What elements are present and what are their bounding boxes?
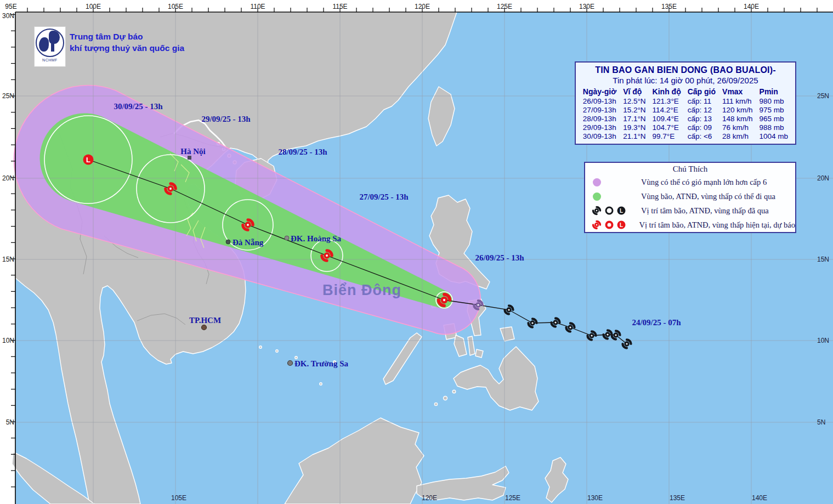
- svg-text:L: L: [86, 156, 90, 164]
- track-date-label: 28/09/25 - 13h: [278, 148, 327, 156]
- lon-label-top: 100E: [86, 3, 101, 10]
- danang-label: Đà Nẵng: [233, 238, 264, 247]
- legend-label: Vị trí tâm bão, ATNĐ, vùng thấp hiện tại…: [639, 220, 795, 230]
- track-date-label: 30/09/25 - 13h: [114, 102, 163, 111]
- lat-label-right: 15N: [817, 256, 829, 263]
- cell: cấp: 12: [684, 106, 719, 115]
- lat-label-left: 15N: [2, 256, 14, 263]
- lat-label-right: 25N: [817, 92, 829, 100]
- lat-label-right: 10N: [817, 337, 829, 344]
- cell: 12.5°N: [620, 97, 649, 106]
- lat-label-right: 5N: [817, 418, 825, 426]
- cell: cấp: 11: [684, 97, 719, 106]
- lat-label-left: 30N: [2, 12, 14, 20]
- cell: cấp: 09: [684, 123, 719, 132]
- legend-label: Vùng bão, ATNĐ, vùng thấp có thể đi qua: [641, 192, 775, 201]
- legend-box: Chú Thích Vùng có thể có gió mạnh lớn hơ…: [584, 162, 796, 233]
- storm-forecast-table: Ngày-giờ Vĩ độ Kinh độ Cấp gió Vmax Pmin…: [580, 87, 791, 141]
- storm-info-issued: Tin phát lúc: 14 giờ 00 phút, 26/09/2025: [576, 76, 795, 87]
- lat-label-left: 5N: [6, 418, 14, 426]
- cell: 980 mb: [756, 97, 792, 106]
- lat-label-left: 10N: [2, 337, 14, 344]
- tphcm-marker: [202, 325, 207, 330]
- lat-label-left: 20N: [2, 174, 14, 182]
- cell: 104.7°E: [649, 123, 684, 132]
- track-date-label: 26/09/25 - 13h: [475, 253, 524, 262]
- land-bohol: [475, 349, 483, 358]
- lon-label-top: 120E: [415, 3, 430, 10]
- lon-label-top: 130E: [579, 3, 594, 10]
- island-dot: [444, 397, 447, 400]
- tphcm-label: TP.HCM: [189, 316, 221, 325]
- col-header: Kinh độ: [649, 87, 684, 97]
- col-header: Pmin: [756, 87, 792, 97]
- table-header-row: Ngày-giờ Vĩ độ Kinh độ Cấp gió Vmax Pmin: [580, 87, 791, 97]
- lon-label-bottom: 105E: [171, 494, 186, 502]
- cell: 965 mb: [756, 115, 792, 123]
- past-symbols-icon: L: [591, 205, 630, 217]
- table-row: 29/09-13h19.3°N104.7°Ecấp: 0976 km/h988 …: [580, 123, 791, 132]
- left-axis-strip: [0, 0, 15, 504]
- storm-info-box: TIN BAO GAN BIEN DONG (BAO BUALOI)- Tin …: [575, 61, 796, 145]
- cell: cấp: <6: [684, 132, 719, 141]
- nchmf-logo-text: NCHMF: [42, 58, 58, 62]
- hoangsa-label: ĐK. Hoàng Sa: [291, 234, 342, 243]
- lon-label-bottom: 140E: [752, 494, 767, 502]
- cell: cấp: 13: [684, 115, 719, 123]
- agency-line1: Trung tâm Dự báo: [70, 31, 184, 42]
- agency-line2: khí tượng thuỷ văn quốc gia: [70, 42, 184, 54]
- cell: 30/09-13h: [580, 132, 620, 141]
- lon-label-top: 140E: [744, 3, 759, 10]
- island-dot: [320, 383, 322, 385]
- table-row: 28/09-13h17.1°N109.4°Ecấp: 13148 km/h965…: [580, 115, 791, 123]
- track-date-label: 27/09/25 - 13h: [359, 192, 409, 201]
- truongsa-label: ĐK. Trường Sa: [294, 359, 349, 368]
- legend-item-current-position: L Vị trí tâm bão, ATNĐ, vùng thấp hiện t…: [585, 218, 795, 232]
- hanoi-marker: [188, 156, 191, 160]
- cell: 17.1°N: [620, 115, 649, 123]
- cell: 26/09-13h: [580, 97, 620, 106]
- island-dot: [452, 390, 456, 393]
- table-row: 26/09-13h12.5°N121.3°Ecấp: 11111 km/h980…: [580, 97, 791, 106]
- cell: 29/09-13h: [580, 123, 620, 132]
- cell: 19.3°N: [620, 123, 649, 132]
- legend-label: Vùng có thể có gió mạnh lớn hơn cấp 6: [641, 178, 767, 187]
- cell: 21.1°N: [620, 132, 649, 141]
- danang-marker: [226, 240, 230, 244]
- cell: 27/09-13h: [580, 106, 620, 115]
- legend-item-track-area: Vùng bão, ATNĐ, vùng thấp có thể đi qua: [585, 189, 795, 203]
- nchmf-logo: NCHMF: [34, 26, 66, 67]
- green-area-icon: [593, 192, 601, 201]
- hoangsa-marker: [285, 236, 289, 240]
- cell: 28/09-13h: [580, 115, 620, 123]
- col-header: Cấp gió: [684, 87, 719, 97]
- lon-label-top: 105E: [168, 3, 183, 10]
- legend-label: Vị trí tâm bão, ATNĐ, vùng thấp đã qua: [641, 206, 769, 216]
- island-dot: [434, 403, 437, 405]
- island-dot: [295, 356, 297, 359]
- nchmf-emblem-icon: [36, 29, 64, 57]
- col-header: Vmax: [719, 87, 756, 97]
- cell: 111 km/h: [719, 97, 756, 106]
- cell: 975 mb: [756, 106, 792, 115]
- col-header: Ngày-giờ: [580, 87, 620, 97]
- svg-text:L: L: [620, 222, 623, 228]
- lon-label-top: 95E: [5, 3, 16, 10]
- table-row: 27/09-13h15.2°N114.2°Ecấp: 12120 km/h975…: [580, 106, 791, 115]
- hanoi-label: Hà Nội: [180, 147, 205, 156]
- lon-label-top: 115E: [332, 3, 347, 10]
- legend-item-wind-area: Vùng có thể có gió mạnh lớn hơn cấp 6: [585, 175, 795, 189]
- lon-label-bottom: 120E: [422, 494, 437, 502]
- purple-area-icon: [593, 178, 601, 186]
- cell: 15.2°N: [620, 106, 649, 115]
- agency-title: Trung tâm Dự báo khí tượng thuỷ văn quốc…: [70, 31, 184, 54]
- island-dot: [276, 350, 278, 352]
- lon-label-top: 110E: [250, 3, 265, 10]
- storm-info-title: TIN BAO GAN BIEN DONG (BAO BUALOI)-: [576, 63, 795, 76]
- lat-label-left: 25N: [2, 92, 14, 100]
- low-pressure-marker: L: [83, 155, 94, 165]
- lon-label-top: 135E: [661, 3, 677, 10]
- truongsa-marker: [288, 361, 293, 366]
- track-date-label: 29/09/25 - 13h: [201, 115, 251, 123]
- sea-name-label: Biển Đông: [322, 282, 401, 298]
